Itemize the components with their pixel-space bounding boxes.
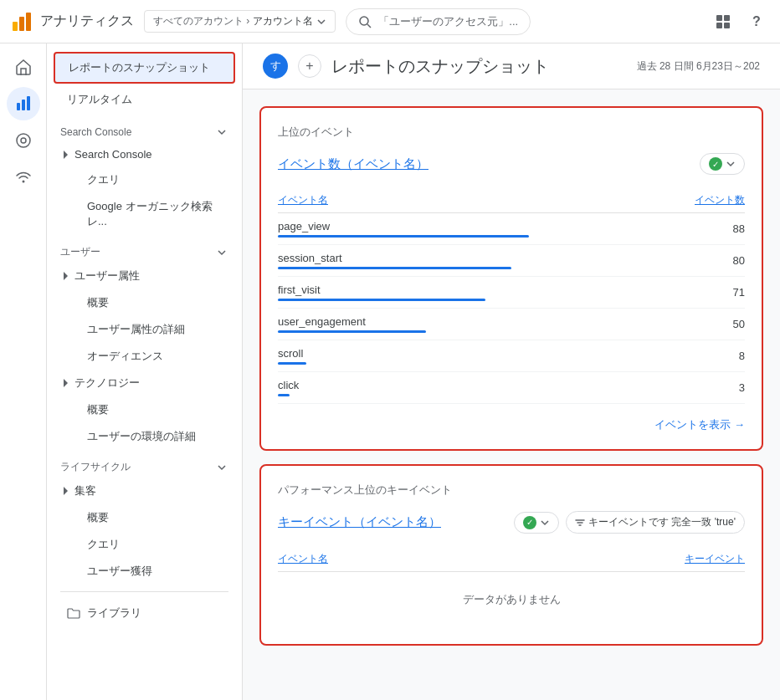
sidebar-item-snapshot[interactable]: レポートのスナップショット <box>54 52 235 84</box>
event-name-bar-wrapper: first_visit <box>278 284 562 301</box>
events-table-row: scroll 8 <box>278 340 745 372</box>
events-controls: ✓ <box>700 153 745 175</box>
col-key-event-value: キーイベント <box>492 547 745 572</box>
key-events-filter-chip-2[interactable]: キーイベントです 完全一致 'true' <box>566 511 745 534</box>
event-name-text: page_view <box>278 220 330 232</box>
view-events-anchor[interactable]: イベントを表示 → <box>654 418 745 431</box>
key-events-controls: ✓ キーイベントです 完全一致 'true' <box>514 511 745 534</box>
collapse-icon[interactable] <box>215 125 228 139</box>
shukyaku-arrow <box>64 487 68 495</box>
sidebar-organic-item[interactable]: Google オーガニック検索レ... <box>47 193 242 235</box>
events-table-row: click 3 <box>278 372 745 404</box>
env-detail-label: ユーザーの環境の詳細 <box>87 429 196 444</box>
sidebar-userattr-item[interactable]: ユーザー属性 <box>47 263 242 289</box>
events-table-row: first_visit 71 <box>278 277 745 309</box>
sidebar-overview-1[interactable]: 概要 <box>47 289 242 316</box>
sidebar-content: レポートのスナップショット リアルタイム Search Console Sear… <box>47 43 242 636</box>
events-table: イベント名 イベント数 page_view 88 session_start <box>278 188 745 404</box>
events-filter-chip[interactable]: ✓ <box>700 153 745 175</box>
user-acquisition-label: ユーザー獲得 <box>87 564 152 579</box>
userattr-label: ユーザー属性 <box>74 268 140 284</box>
key-events-chart-title[interactable]: キーイベント（イベント名） <box>278 514 441 530</box>
filter-icon <box>575 518 585 528</box>
sidebar-env-detail[interactable]: ユーザーの環境の詳細 <box>47 423 242 450</box>
nav-home-icon[interactable] <box>7 50 40 84</box>
svg-point-13 <box>21 138 26 143</box>
explore-icon <box>14 131 33 150</box>
sidebar-query-2[interactable]: クエリ <box>47 531 242 558</box>
page-title: レポートのスナップショット <box>331 55 627 78</box>
event-name-text: click <box>278 379 299 391</box>
nav-reports-icon[interactable] <box>7 87 40 120</box>
date-range: 過去 28 日間 6月23日～202 <box>637 59 760 74</box>
overview-1-label: 概要 <box>87 295 109 310</box>
sidebar-overview-2[interactable]: 概要 <box>47 396 242 423</box>
sidebar-userattr-detail[interactable]: ユーザー属性の詳細 <box>47 316 242 343</box>
shukyaku-label: 集客 <box>74 483 96 498</box>
key-events-filter-chip-1[interactable]: ✓ <box>514 512 559 534</box>
events-table-row: page_view 88 <box>278 213 745 245</box>
col-event-name: イベント名 <box>278 188 569 213</box>
wifi-icon <box>14 168 33 186</box>
grid-view-button[interactable] <box>710 8 736 35</box>
event-count-cell: 3 <box>569 372 745 404</box>
lifecycle-collapse-icon[interactable] <box>215 461 228 474</box>
lifecycle-section-header: ライフサイクル <box>47 450 242 478</box>
avatar: す <box>263 54 288 79</box>
user-section-header: ユーザー <box>47 235 242 263</box>
tech-label: テクノロジー <box>74 376 140 391</box>
search-console-sublabel: Search Console <box>74 148 152 161</box>
help-button[interactable]: ? <box>743 8 770 35</box>
key-events-filter-label: キーイベントです 完全一致 'true' <box>588 515 736 529</box>
event-name-bar-wrapper: page_view <box>278 220 562 238</box>
snapshot-label: レポートのスナップショット <box>69 60 210 75</box>
event-name-cell: user_engagement <box>278 309 569 340</box>
userattr-arrow <box>64 272 68 280</box>
folder-icon <box>67 606 80 620</box>
event-bar <box>278 394 290 396</box>
col-key-event-name: イベント名 <box>278 547 492 572</box>
event-count-cell: 80 <box>569 245 745 277</box>
main-layout: レポートのスナップショット リアルタイム Search Console Sear… <box>0 43 780 700</box>
sidebar-tech-item[interactable]: テクノロジー <box>47 370 242 396</box>
query-label: クエリ <box>87 172 120 187</box>
sidebar-search-console-item[interactable]: Search Console <box>47 142 242 166</box>
event-name-bar-wrapper: session_start <box>278 252 562 269</box>
grid-icon <box>715 13 731 30</box>
query-2-label: クエリ <box>87 537 120 552</box>
event-name-cell: scroll <box>278 340 569 372</box>
event-name-text: session_start <box>278 252 342 264</box>
event-name-text: first_visit <box>278 284 321 296</box>
sidebar-shukyaku-item[interactable]: 集客 <box>47 478 242 504</box>
nav-advertising-icon[interactable] <box>7 161 40 194</box>
sidebar-overview-3[interactable]: 概要 <box>47 504 242 531</box>
breadcrumb-text: すべてのアカウント › <box>153 14 249 28</box>
add-card-button[interactable]: + <box>298 54 321 78</box>
lifecycle-section-title: ライフサイクル <box>60 460 131 474</box>
main-content: す + レポートのスナップショット 過去 28 日間 6月23日～202 上位の… <box>243 43 780 700</box>
events-chart-title-row: イベント数（イベント名） ✓ <box>278 153 745 175</box>
sidebar-query-item[interactable]: クエリ <box>47 166 242 193</box>
search-console-section-title: Search Console <box>60 126 131 138</box>
user-collapse-icon[interactable] <box>215 246 228 259</box>
nav-explore-icon[interactable] <box>7 124 40 157</box>
key-events-section-title: パフォーマンス上位のキーイベント <box>278 483 745 498</box>
no-data-cell: データがありません <box>278 572 745 628</box>
event-name-bar-wrapper: user_engagement <box>278 315 562 333</box>
events-section-title: 上位のイベント <box>278 125 745 140</box>
key-events-chart-title-row: キーイベント（イベント名） ✓ キーイベントです 完全一致 'true' <box>278 511 745 534</box>
sidebar-user-acquisition[interactable]: ユーザー獲得 <box>47 558 242 585</box>
sidebar-audience[interactable]: オーディエンス <box>47 343 242 370</box>
events-chart-title[interactable]: イベント数（イベント名） <box>278 156 428 172</box>
events-table-row: session_start 80 <box>278 245 745 277</box>
search-icon <box>358 15 372 28</box>
svg-rect-2 <box>26 13 31 31</box>
view-events-link[interactable]: イベントを表示 → <box>278 404 745 432</box>
event-count-cell: 71 <box>569 277 745 309</box>
search-placeholder: 「ユーザーのアクセス元」... <box>378 14 518 29</box>
event-name-cell: click <box>278 372 569 404</box>
breadcrumb[interactable]: すべてのアカウント › アカウント名 <box>144 10 336 33</box>
sidebar-item-realtime[interactable]: リアルタイム <box>54 85 235 114</box>
search-bar[interactable]: 「ユーザーのアクセス元」... <box>346 8 531 35</box>
sidebar-library-item[interactable]: ライブラリ <box>54 599 235 627</box>
